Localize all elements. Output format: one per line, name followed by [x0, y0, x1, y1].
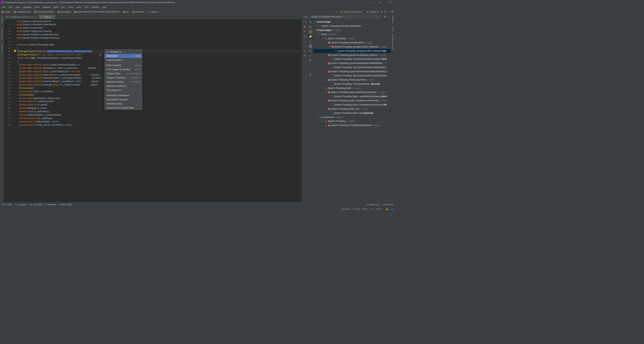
- status-enc[interactable]: UTF-8 ÷: [376, 208, 383, 210]
- context-menu-item[interactable]: Sources from Symbol Files: [105, 106, 142, 110]
- gear-icon[interactable]: ⚙: [384, 16, 386, 18]
- close-button[interactable]: ✕: [387, 0, 394, 5]
- more-icon[interactable]: ⋯: [388, 11, 390, 13]
- menu-vcs[interactable]: VCS: [83, 5, 90, 9]
- tree-row[interactable]: System.Threading. QueueUserWorkItemCallb…: [313, 57, 391, 61]
- checkbox[interactable]: [332, 67, 334, 69]
- tag-icon[interactable]: 🏷: [308, 49, 312, 53]
- checkbox[interactable]: [332, 112, 334, 114]
- tree-row[interactable]: System.Threading. QueueUserWorkItemCallb…: [313, 74, 391, 78]
- export-icon[interactable]: ↗: [303, 49, 307, 53]
- menu-refactor[interactable]: Refactor: [41, 5, 52, 9]
- close-icon[interactable]: ×: [52, 16, 53, 18]
- expand-icon[interactable]: ⇲: [303, 35, 307, 38]
- tree-row[interactable]: ▼{}System.Threading 2 usages: [313, 119, 391, 123]
- tree-row[interactable]: ▼In constructor 2 usages: [313, 115, 391, 119]
- status-icon[interactable]: ▭: [2, 208, 3, 210]
- hammer-icon[interactable]: ⚒: [335, 11, 337, 13]
- checkbox[interactable]: [332, 95, 334, 97]
- close-icon[interactable]: ×: [35, 16, 37, 18]
- tree-row[interactable]: System.Threading.Tasks. Task (derived): [313, 111, 391, 115]
- menu-view[interactable]: View: [14, 5, 22, 9]
- context-menu-item[interactable]: Usages of SymbolCtrl+Alt+F7: [105, 76, 142, 80]
- checkbox[interactable]: [335, 50, 337, 52]
- minimize-button[interactable]: —: [367, 0, 373, 5]
- tree-row[interactable]: ▼CSystem.Threading.Tasks.CompletionActio…: [313, 98, 391, 103]
- breadcrumb-item[interactable]: 1fd9e51d: [132, 10, 144, 14]
- bottom-tool-button[interactable]: ≡7: NuGet: [15, 203, 25, 206]
- close-icon[interactable]: ×: [343, 16, 345, 18]
- status-lf[interactable]: LF ÷: [370, 208, 374, 210]
- tool-button[interactable]: Database: [392, 15, 394, 25]
- search-target-item[interactable]: ⊸ System.Threading.IThreadPoolWorkItem: [313, 24, 391, 28]
- tree-row[interactable]: ▼CSystem.Threading.Tasks.AwaitTaskContin…: [313, 90, 391, 95]
- context-menu-item[interactable]: Find Usages of SymbolAlt+F7: [105, 67, 142, 71]
- maximize-button[interactable]: ☐: [377, 0, 383, 5]
- menu-navigate[interactable]: Navigate: [22, 5, 33, 9]
- bottom-tool-button[interactable]: ▭Event Log: [366, 203, 379, 206]
- checkbox[interactable]: [332, 75, 334, 77]
- tree-row[interactable]: ▼CSystem.Threading.SemaphoreSlim 1 usage: [313, 41, 391, 45]
- menu-tools[interactable]: Tools: [75, 5, 83, 9]
- breadcrumb-item[interactable]: DecompilerCache: [33, 10, 54, 14]
- cube-icon[interactable]: ⬡: [308, 54, 312, 58]
- context-menu-item[interactable]: Exposing APIs: [105, 88, 142, 92]
- tree-row[interactable]: ▼CSystem.Threading.QueueUserWorkItemCall…: [313, 53, 391, 57]
- search-target-header[interactable]: ▼ Search target: [313, 20, 391, 24]
- bottom-tool-button[interactable]: ≡6: TODO: [2, 203, 12, 206]
- bottom-tool-button[interactable]: ≡8: Unit Tests: [29, 203, 42, 206]
- minimize-panel-icon[interactable]: —: [387, 16, 389, 18]
- breadcrumb-item[interactable]: C#Task.cs: [147, 10, 159, 14]
- menu-run[interactable]: Run: [60, 5, 67, 9]
- context-menu-item[interactable]: Related Files...Ctrl+Alt+Shift+G: [105, 71, 142, 76]
- prev-icon[interactable]: →: [308, 68, 312, 72]
- settings-icon[interactable]: ⚙: [303, 54, 307, 58]
- collapse-icon[interactable]: ⇱: [303, 30, 307, 34]
- bottom-tool-button[interactable]: ≡Terminal: [45, 203, 55, 206]
- down-icon[interactable]: ↓: [303, 44, 307, 48]
- tree-row[interactable]: System.Threading.Tasks. AwaitTaskContinu…: [313, 94, 391, 98]
- tree-row[interactable]: ▼CSystem.Threading.TimerQueueTimer 1 usa…: [313, 78, 391, 82]
- editor-tab[interactable]: C#Task.cs×: [39, 15, 55, 19]
- context-menu-item[interactable]: Parameter Declaration: [105, 93, 142, 97]
- code-editor[interactable]: 7891011121314151617181920212223242526272…: [4, 19, 302, 202]
- menu-build[interactable]: Build: [52, 5, 60, 9]
- code-content[interactable]: using System.Collections.Generic;using S…: [17, 19, 302, 202]
- tree-row[interactable]: ▼CSystem.Threading.QueueUserWorkItemCall…: [313, 61, 391, 65]
- checkbox[interactable]: [332, 58, 334, 60]
- menu-help[interactable]: Help: [101, 5, 108, 9]
- checkbox[interactable]: [332, 83, 334, 85]
- braces-icon[interactable]: {}: [308, 44, 312, 48]
- tool-button[interactable]: 2: Favorites: [1, 42, 3, 53]
- context-menu-item[interactable]: Base SymbolsCtrl+U: [105, 63, 142, 67]
- tree-row[interactable]: ▼{}System.Threading 5 usages: [313, 36, 391, 41]
- tree-row[interactable]: ▼CSystem.Threading.SemaphoreSlim+TaskNod…: [313, 45, 391, 49]
- editor-tab[interactable]: C#ConfigurationExtensions.cs×: [4, 15, 39, 19]
- breadcrumb-item[interactable]: config: [1, 10, 11, 14]
- cs-icon[interactable]: C#: [308, 30, 312, 34]
- bottom-tool-button[interactable]: ≡REST Client: [59, 203, 72, 206]
- lock-icon[interactable]: 🔒: [386, 208, 388, 210]
- tree-row[interactable]: ▼CSystem.Threading.QueueUserWorkItemCall…: [313, 70, 391, 74]
- context-menu-item[interactable]: Metadata View: [105, 102, 142, 106]
- pin-icon[interactable]: 📌: [303, 25, 307, 29]
- tree-row[interactable]: System.Threading. SemaphoreSlim.TaskNode…: [313, 49, 391, 53]
- tree-row[interactable]: ▼CSystem.Threading.Tasks.Task 1 usage: [313, 107, 391, 111]
- breadcrumb-item[interactable]: 6D85C908-D676-49C8-A469-C19A74522F33: [74, 10, 120, 14]
- folder-icon[interactable]: 📁: [308, 35, 312, 38]
- sort-icon[interactable]: ⇅: [308, 58, 312, 62]
- found-usages-header[interactable]: ▼ Found usages 38 usages: [313, 28, 391, 32]
- refresh-icon[interactable]: ↻: [308, 39, 312, 43]
- breadcrumb-item[interactable]: resharper-host: [13, 10, 31, 14]
- context-menu-item[interactable]: Extension Methods: [105, 84, 142, 88]
- filter-icon[interactable]: ▼: [308, 20, 312, 24]
- inspector-icon[interactable]: 👤: [391, 208, 393, 210]
- tool-button[interactable]: Unit Tests Coverage: [392, 32, 394, 51]
- tool-button[interactable]: Errors in Solution: [1, 25, 3, 42]
- rerun-icon[interactable]: ⏵⏵: [303, 20, 307, 24]
- status-misc[interactable]: Misc Files: [342, 208, 350, 210]
- bottom-tool-button[interactable]: ▭Structure: [382, 203, 393, 206]
- status-pos[interactable]: 16:64: [363, 208, 367, 210]
- breadcrumb-item[interactable]: 81: [123, 10, 129, 14]
- checkbox[interactable]: [332, 104, 334, 106]
